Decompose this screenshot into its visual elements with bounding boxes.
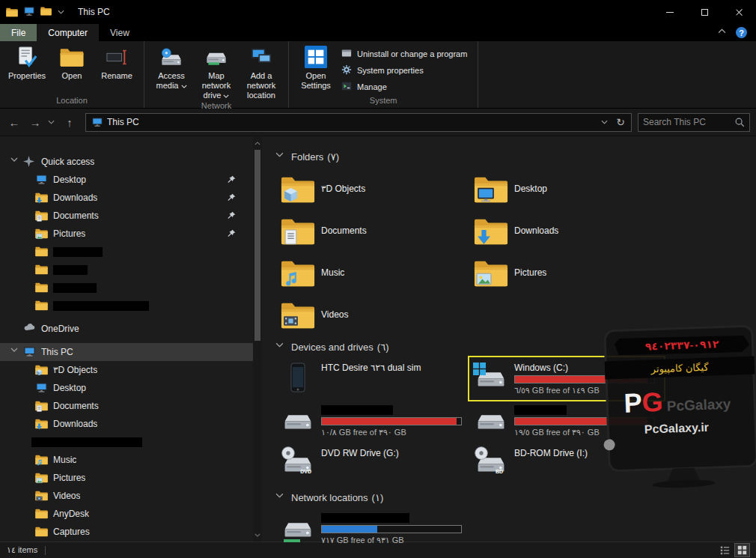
sidebar-item-onedrive[interactable]: OneDrive <box>0 320 262 338</box>
sidebar-item-3d-objects[interactable]: ٣D Objects <box>0 361 262 379</box>
quick-toolbar-folder-icon[interactable] <box>40 6 52 18</box>
section-header-devices[interactable]: Devices and drives (٦) <box>275 339 756 355</box>
forward-button[interactable]: → <box>27 114 43 130</box>
drive-tile-redacted-1[interactable]: ١٠/٨ GB free of ٣٩٠ GB <box>278 401 471 443</box>
section-header-network[interactable]: Network locations (١) <box>275 489 756 506</box>
folder-tile-documents[interactable]: Documents <box>278 210 471 252</box>
manage-button[interactable]: Manage <box>338 79 473 94</box>
sidebar-item-redacted-1[interactable] <box>0 243 262 261</box>
this-pc-icon <box>23 346 36 358</box>
open-button[interactable]: Open <box>49 43 94 92</box>
network-tile-redacted[interactable]: ٧١٧ GB free of ٩٣١ GB <box>278 509 471 549</box>
section-header-folders[interactable]: Folders (٧) <box>275 148 756 165</box>
folder-tile-videos[interactable]: Videos <box>278 294 471 336</box>
sidebar-item-downloads-pc[interactable]: Downloads <box>0 415 262 433</box>
sidebar-item-label: Documents <box>53 401 99 411</box>
collapse-chevron-icon[interactable] <box>275 152 284 161</box>
app-icon <box>6 6 18 18</box>
quick-toolbar-computer-icon[interactable] <box>23 6 35 18</box>
sidebar-item-documents-pc[interactable]: Documents <box>0 397 262 415</box>
sidebar-item-pictures[interactable]: Pictures <box>0 225 262 243</box>
search-box[interactable] <box>638 113 750 132</box>
drive-tile-redacted-2[interactable]: ١٩/٥ GB free of ٣٩٠ GB <box>471 401 664 443</box>
ribbon-collapse-icon[interactable] <box>718 28 727 37</box>
navigation-bar: ← → ↑ This PC ↻ <box>0 109 756 136</box>
device-tile-htc-phone[interactable]: HTC Desire ٦٢٦ dual sim <box>278 358 471 401</box>
sidebar-item-downloads[interactable]: Downloads <box>0 189 262 207</box>
map-network-drive-button[interactable]: Map network drive <box>194 43 239 100</box>
sidebar-item-desktop-pc[interactable]: Desktop <box>0 379 262 397</box>
scrollbar-thumb[interactable] <box>254 150 260 341</box>
search-input[interactable] <box>643 117 734 127</box>
sidebar-item-captures[interactable]: Captures <box>0 523 262 541</box>
section-count: (١) <box>372 492 384 503</box>
address-bar[interactable]: This PC ↻ <box>85 113 632 132</box>
status-divider <box>45 546 46 555</box>
drive-tile-dvd[interactable]: DVD DVD RW Drive (G:) <box>278 443 471 486</box>
access-media-icon <box>159 45 183 69</box>
sidebar-item-music[interactable]: Music <box>0 451 262 469</box>
folder-tile-downloads[interactable]: Downloads <box>471 210 664 252</box>
capacity-bar <box>321 417 462 425</box>
sidebar-item-desktop[interactable]: Desktop <box>0 171 262 189</box>
group-label-system: System <box>293 95 473 108</box>
maximize-button[interactable] <box>687 0 722 24</box>
add-network-location-button[interactable]: Add a network location <box>239 43 284 100</box>
ribbon-group-location: Properties Open Rename <box>0 41 144 108</box>
scroll-up-icon[interactable] <box>253 138 262 148</box>
open-settings-button[interactable]: Open Settings <box>293 43 338 92</box>
back-button[interactable]: ← <box>6 114 22 130</box>
folder-name: Pictures <box>514 267 546 278</box>
sidebar-item-this-pc[interactable]: This PC <box>0 343 262 361</box>
close-button[interactable] <box>722 0 756 24</box>
add-network-location-label: Add a network location <box>247 71 276 100</box>
sidebar-item-quick-access[interactable]: Quick access <box>0 153 262 171</box>
folder-tile-music[interactable]: Music <box>278 252 471 294</box>
quick-toolbar-customize-chevron-icon[interactable] <box>58 8 65 16</box>
sidebar-item-redacted-4[interactable] <box>0 297 262 315</box>
redacted-label <box>53 301 149 311</box>
folder-tile-3d-objects[interactable]: ٣D Objects <box>278 168 471 210</box>
tab-file[interactable]: File <box>0 24 37 41</box>
help-icon[interactable]: ? <box>736 27 747 38</box>
sidebar-item-anydesk[interactable]: AnyDesk <box>0 505 262 523</box>
up-button[interactable]: ↑ <box>61 114 78 130</box>
drive-tile-windows-c[interactable]: Windows (C:) ٦/٥٩ GB free of ١٤٩ GB <box>471 358 664 401</box>
sidebar-item-pictures-pc[interactable]: Pictures <box>0 469 262 487</box>
settings-icon <box>304 45 328 69</box>
sidebar-item-label: Videos <box>53 491 80 501</box>
sidebar-item-documents[interactable]: Documents <box>0 207 262 225</box>
rename-button[interactable]: Rename <box>94 43 139 92</box>
address-dropdown-chevron-icon[interactable] <box>601 120 610 124</box>
sidebar-item-redacted-2[interactable] <box>0 261 262 279</box>
ribbon-group-system: Open Settings Uninstall or change a prog… <box>289 41 478 108</box>
search-icon[interactable] <box>734 117 745 127</box>
expand-chevron-icon[interactable] <box>10 348 19 357</box>
hard-drive-icon <box>281 404 314 436</box>
tab-computer[interactable]: Computer <box>37 24 99 41</box>
system-properties-button[interactable]: System properties <box>338 62 473 78</box>
sidebar-scrollbar[interactable] <box>253 136 262 542</box>
expand-chevron-icon[interactable] <box>10 157 19 166</box>
properties-button[interactable]: Properties <box>4 43 49 92</box>
uninstall-program-button[interactable]: Uninstall or change a program <box>338 46 473 61</box>
drive-tile-bd[interactable]: BD BD-ROM Drive (I:) <box>471 443 664 486</box>
minimize-button[interactable] <box>653 0 687 24</box>
sidebar-item-redacted-5[interactable] <box>0 433 262 451</box>
collapse-chevron-icon[interactable] <box>275 493 284 502</box>
folder-name: Documents <box>321 225 367 236</box>
capacity-bar-fill <box>515 418 647 425</box>
sidebar-item-redacted-3[interactable] <box>0 279 262 297</box>
recent-locations-chevron-icon[interactable] <box>48 120 57 124</box>
access-media-button[interactable]: Access media <box>149 43 194 92</box>
redacted-drive-name <box>321 513 409 523</box>
folder-tile-pictures[interactable]: Pictures <box>471 252 664 294</box>
refresh-icon[interactable]: ↻ <box>616 116 625 128</box>
tab-view[interactable]: View <box>99 24 141 41</box>
folder-tile-desktop[interactable]: Desktop <box>471 168 664 210</box>
folder-icon <box>35 282 48 294</box>
scroll-down-icon[interactable] <box>253 530 262 540</box>
collapse-chevron-icon[interactable] <box>275 342 284 351</box>
sidebar-item-videos[interactable]: Videos <box>0 487 262 505</box>
open-folder-icon <box>60 45 84 69</box>
